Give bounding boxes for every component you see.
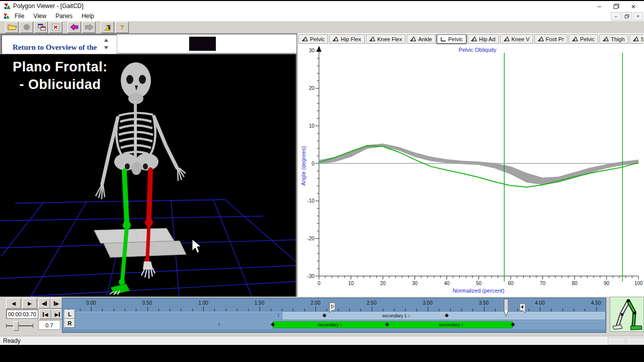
ruler-tick: [91, 307, 92, 311]
svg-text:-10: -10: [307, 198, 315, 204]
return-range-flag[interactable]: [519, 303, 526, 316]
toolbar: ?: [0, 21, 644, 33]
tab-ankle[interactable]: Ankle: [407, 34, 436, 44]
ruler-tick: [136, 309, 136, 311]
mdi-window-controls: – ×: [610, 12, 643, 21]
play-forward-button[interactable]: ▶: [22, 298, 37, 309]
menu-item-help[interactable]: Help: [77, 12, 99, 21]
ruler-tick: [540, 307, 540, 311]
left-track-button[interactable]: L: [64, 310, 75, 319]
mdi-minimize-button[interactable]: –: [611, 12, 621, 21]
ruler-tick: [80, 309, 80, 311]
forward-button[interactable]: [82, 22, 96, 33]
play-backward-button[interactable]: ◀: [6, 298, 21, 309]
viewport-3d[interactable]: Plano Frontal: - Oblicuidad: [0, 54, 296, 297]
open-button[interactable]: [5, 22, 19, 33]
scroll-up-button[interactable]: [102, 36, 110, 44]
time-display: 00:00:03.70: [6, 309, 38, 319]
restore-icon: [613, 4, 619, 9]
status-segment: [626, 337, 644, 345]
svg-text:0: 0: [311, 161, 314, 166]
chart-tab-row: PelvicHip FlexKnee FlexAnklePelvicHip Ad…: [298, 34, 643, 45]
scroll-down-button[interactable]: [102, 44, 110, 51]
ruler-tick: [405, 309, 406, 311]
goto-event-button[interactable]: [101, 22, 114, 33]
status-segment: [608, 337, 625, 345]
red-x-icon: [51, 23, 60, 31]
step-back-button[interactable]: ◀: [38, 298, 50, 309]
tab-label: Hip Flex: [341, 36, 361, 42]
speed-slider-thumb[interactable]: [13, 321, 19, 331]
tab-label: Pelvic: [580, 36, 595, 42]
event-marker-diamond[interactable]: ◆: [323, 313, 327, 318]
tab-pelvic[interactable]: Pelvic: [298, 34, 328, 44]
return-to-overview-link[interactable]: Return to Overview of the: [13, 43, 97, 52]
step-forward-button[interactable]: ▶: [50, 298, 62, 309]
ruler-tick: [439, 309, 439, 311]
event-marker-updown[interactable]: ↕: [277, 313, 280, 318]
mdi-restore-button[interactable]: [622, 12, 632, 21]
help-button[interactable]: ?: [115, 22, 129, 33]
ruler-tick: [260, 307, 260, 311]
menu-item-panes[interactable]: Panes: [51, 12, 77, 21]
event-marker-diamond[interactable]: ◆: [271, 322, 275, 327]
tab-label: Foot Pr: [546, 36, 564, 42]
left-band-label: secondary 1 ↕: [382, 313, 411, 318]
ruler-tick: [372, 307, 372, 311]
mdi-close-button[interactable]: ×: [633, 12, 643, 21]
chevron-up-icon: [104, 39, 108, 42]
speed-value: 0.7: [38, 320, 60, 330]
tab-knee-v[interactable]: Knee V: [500, 34, 533, 44]
mdi-restore-icon: [624, 14, 629, 19]
tab-foot-pr[interactable]: Foot Pr: [534, 34, 568, 44]
event-marker-diamond[interactable]: ◆: [511, 322, 515, 327]
title-bar: Polygon Viewer - [GaitCD] – ×: [0, 1, 644, 11]
timeline-panel[interactable]: 0.000.501.001.502.002.503.003.504.004.50…: [62, 298, 606, 333]
caption-line-2: - Oblicuidad: [6, 76, 114, 94]
angle-icon: [333, 36, 339, 42]
angle-icon: [440, 36, 446, 42]
ruler-tick: [125, 309, 125, 311]
tab-pelvic[interactable]: Pelvic: [569, 34, 598, 44]
ruler-tick: [203, 307, 204, 311]
go-to-start-button[interactable]: ◀: [39, 309, 51, 319]
ruler-label: 3.00: [423, 300, 432, 306]
video-thumbnail[interactable]: [189, 37, 216, 51]
menu-item-file[interactable]: File: [10, 12, 29, 21]
svg-text:0: 0: [317, 281, 320, 286]
tab-shank[interactable]: Shank: [629, 34, 643, 44]
event-marker-diamond[interactable]: ◆: [445, 313, 449, 318]
status-message: Ready: [3, 337, 21, 344]
tab-knee-flex[interactable]: Knee Flex: [366, 34, 406, 44]
speed-slider[interactable]: [6, 325, 33, 326]
tab-thigh[interactable]: Thigh: [599, 34, 628, 44]
mouse-cursor: [192, 239, 201, 253]
record-button[interactable]: [20, 22, 33, 33]
menu-item-view[interactable]: View: [29, 12, 51, 21]
ruler-tick: [383, 309, 383, 311]
time-cursor-pencil[interactable]: [503, 299, 510, 320]
tab-hip-flex[interactable]: Hip Flex: [329, 34, 364, 44]
ruler-tick: [214, 309, 215, 311]
event-marker-diamond[interactable]: ◆: [385, 322, 389, 327]
window-title: Polygon Viewer - [GaitCD]: [13, 3, 84, 10]
new-window-button[interactable]: [34, 22, 48, 33]
restore-button[interactable]: [608, 1, 625, 11]
ruler-tick: [327, 309, 327, 311]
windows-icon: [37, 23, 46, 31]
close-button[interactable]: ×: [625, 1, 642, 11]
svg-text:10: 10: [348, 281, 354, 286]
playback-control-bar: ◀ ▶ ◀ ▶ 00:00:03.70 ◀ ▶ 0.7 L R 0.000.50…: [0, 297, 644, 336]
tab-label: Thigh: [611, 36, 625, 42]
close-pane-button[interactable]: [49, 22, 62, 33]
gait-cycle-panel: [610, 297, 644, 332]
tab-pelvic[interactable]: Pelvic: [437, 34, 466, 44]
tab-hip-ad[interactable]: Hip Ad: [467, 34, 499, 44]
ruler-label: 2.50: [367, 300, 376, 306]
event-marker-updown[interactable]: ↕: [218, 322, 220, 327]
play-range-flag[interactable]: [329, 302, 336, 315]
menu-bar: FileViewPanesHelp: [0, 11, 644, 22]
right-track-button[interactable]: R: [64, 319, 75, 328]
back-button[interactable]: [67, 22, 81, 33]
minimize-button[interactable]: –: [591, 1, 608, 11]
